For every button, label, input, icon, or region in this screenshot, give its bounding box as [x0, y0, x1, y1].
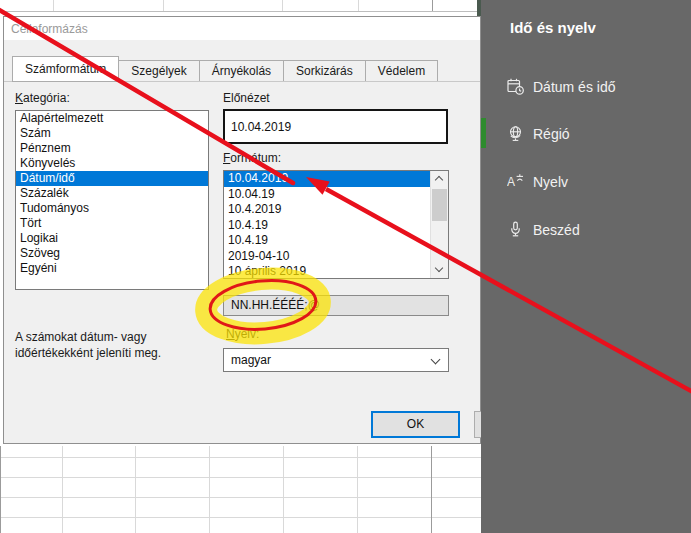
tab-szegelyek[interactable]: Szegélyek: [119, 60, 199, 82]
grid-line: [0, 457, 481, 458]
format-cells-dialog: Cellaformázás Számformátum Szegélyek Árn…: [3, 16, 481, 444]
scrollbar[interactable]: [430, 171, 448, 278]
svg-text:A: A: [507, 175, 515, 189]
grid-line: [53, 0, 54, 11]
settings-item-nyelv[interactable]: A Nyelv: [481, 168, 691, 198]
grid-line: [0, 517, 481, 518]
language-label: Nyelv:: [226, 327, 259, 341]
grid-line: [282, 0, 283, 11]
scroll-up-button[interactable]: [431, 171, 448, 187]
language-value: magyar: [231, 353, 271, 367]
language-icon: A: [507, 173, 524, 190]
format-listbox[interactable]: 10.04.2019 10.04.19 10.4.2019 10.4.19 10…: [223, 170, 449, 279]
preview-value: 10.04.2019: [231, 120, 446, 134]
microphone-icon: [507, 221, 524, 238]
dialog-title: Cellaformázás: [11, 22, 88, 36]
tab-arnyekolas[interactable]: Árnyékolás: [200, 60, 284, 82]
settings-item-label: Régió: [533, 126, 570, 142]
settings-nav-panel: Idő és nyelv Dátum és idő: [481, 0, 691, 533]
format-label: Formátum:: [223, 151, 281, 165]
list-item[interactable]: Logikai: [16, 231, 208, 246]
list-item[interactable]: Tudományos: [16, 201, 208, 216]
chevron-up-icon: [435, 176, 443, 184]
format-description: A számokat dátum- vagy időértékekként je…: [15, 329, 187, 361]
list-item[interactable]: Szöveg: [16, 246, 208, 261]
grid-line: [0, 497, 481, 498]
ok-button[interactable]: OK: [371, 411, 460, 438]
list-item-selected[interactable]: 10.04.2019: [224, 171, 431, 187]
grid-line: [432, 0, 433, 11]
calendar-clock-icon: [507, 78, 524, 95]
category-label: Kategória:: [15, 91, 70, 105]
grid-line: [209, 446, 210, 533]
list-item[interactable]: Egyéni: [16, 261, 208, 276]
list-item[interactable]: 10.4.19: [224, 218, 431, 234]
grid-line: [0, 477, 481, 478]
chevron-down-icon: [435, 264, 443, 272]
grid-line: [0, 446, 1, 533]
grid-line: [0, 11, 481, 12]
tab-sorkizaras[interactable]: Sorkizárás: [284, 60, 366, 82]
scroll-down-button[interactable]: [431, 262, 448, 278]
scrollbar-thumb[interactable]: [432, 189, 447, 221]
settings-item-label: Nyelv: [533, 174, 568, 190]
grid-line: [135, 446, 136, 533]
list-item[interactable]: 10.4.19: [224, 233, 431, 249]
list-item[interactable]: Könyvelés: [16, 156, 208, 171]
list-item[interactable]: 2019-04-10: [224, 249, 431, 265]
list-item[interactable]: Alapértelmezett: [16, 111, 208, 126]
list-item[interactable]: Pénznem: [16, 141, 208, 156]
preview-box: 10.04.2019: [223, 109, 448, 144]
grid-line: [358, 0, 359, 11]
settings-item-datum-es-ido[interactable]: Dátum és idő: [481, 73, 691, 103]
list-item-selected[interactable]: Dátum/idő: [16, 171, 208, 186]
language-dropdown[interactable]: magyar: [223, 348, 449, 372]
dialog-titlebar[interactable]: Cellaformázás: [4, 17, 480, 40]
settings-item-label: Beszéd: [533, 222, 580, 238]
list-item[interactable]: 10.04.19: [224, 187, 431, 203]
list-item[interactable]: Szám: [16, 126, 208, 141]
tab-strip: Számformátum Szegélyek Árnyékolás Sorkiz…: [12, 58, 438, 82]
format-code-field[interactable]: NN.HH.ÉÉÉÉ;@: [223, 295, 449, 316]
chevron-down-icon: [431, 355, 441, 365]
list-item[interactable]: Százalék: [16, 186, 208, 201]
list-item[interactable]: Tört: [16, 216, 208, 231]
grid-line: [62, 446, 63, 533]
tab-szamformatum[interactable]: Számformátum: [12, 56, 119, 82]
settings-item-label: Dátum és idő: [533, 79, 615, 95]
tab-vedelem[interactable]: Védelem: [366, 60, 438, 82]
settings-panel-title: Idő és nyelv: [510, 19, 596, 36]
category-listbox[interactable]: Alapértelmezett Szám Pénznem Könyvelés D…: [15, 110, 209, 290]
preview-label: Előnézet: [223, 91, 270, 105]
settings-item-regio[interactable]: Régió: [481, 120, 691, 150]
grid-line: [163, 0, 164, 11]
list-item[interactable]: 10 április 2019: [224, 264, 431, 279]
grid-line: [283, 446, 284, 533]
list-item[interactable]: 10.4.2019: [224, 202, 431, 218]
screen: Cellaformázás Számformátum Szegélyek Árn…: [0, 0, 691, 533]
grid-line: [431, 446, 432, 533]
globe-icon: [507, 125, 524, 142]
grid-line: [357, 446, 358, 533]
settings-item-beszed[interactable]: Beszéd: [481, 216, 691, 246]
